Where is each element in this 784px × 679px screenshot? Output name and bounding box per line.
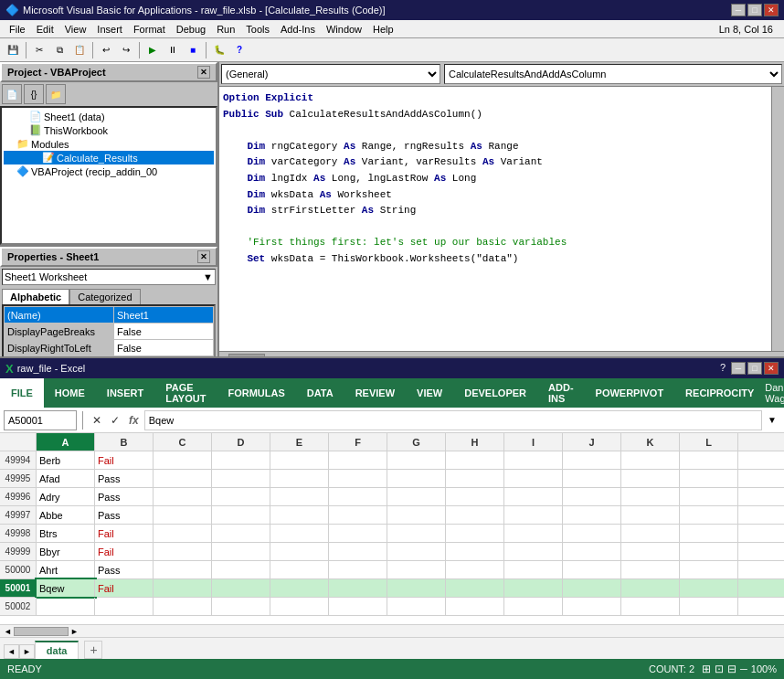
cell-49998-k[interactable] [621,525,680,542]
formula-cancel-icon[interactable]: ✕ [89,414,105,427]
normal-view-icon[interactable]: ⊞ [702,663,711,675]
cell-49998-d[interactable] [212,525,270,542]
page-layout-icon[interactable]: ⊡ [715,663,724,675]
col-header-b[interactable]: B [95,433,154,451]
tree-view-code-btn[interactable]: {} [24,84,44,104]
cell-49999-a[interactable]: Bbyr [37,543,95,560]
ribbon-tab-data[interactable]: DATA [296,378,344,408]
ribbon-tab-file[interactable]: FILE [0,378,44,408]
cell-50000-c[interactable] [154,561,212,578]
cell-50001-f[interactable] [329,579,387,597]
cell-49995-l[interactable] [680,470,738,487]
col-header-c[interactable]: C [154,433,212,451]
zoom-out-icon[interactable]: ─ [740,663,747,674]
col-header-h[interactable]: H [446,433,504,451]
menu-addins[interactable]: Add-Ins [275,22,321,37]
cell-49998-b[interactable]: Fail [95,525,154,542]
cell-49997-k[interactable] [621,506,680,524]
cell-50000-k[interactable] [621,561,680,578]
cell-49995-c[interactable] [154,470,212,487]
cell-49997-f[interactable] [329,506,387,524]
col-header-a[interactable]: A [37,433,95,451]
tb-help-icon[interactable]: ? [230,41,249,59]
cell-49996-h[interactable] [446,488,504,505]
tab-categorized[interactable]: Categorized [69,289,140,304]
tree-item-thisworkbook[interactable]: 📗 ThisWorkbook [4,123,214,137]
cell-49996-d[interactable] [212,488,270,505]
cell-49997-j[interactable] [563,506,621,524]
cell-49999-i[interactable] [504,543,563,560]
cell-49997-l[interactable] [680,506,738,524]
cell-49999-k[interactable] [621,543,680,560]
cell-50002-d[interactable] [212,598,270,615]
name-box[interactable] [4,410,77,430]
cell-50000-e[interactable] [270,561,329,578]
menu-format[interactable]: Format [128,22,171,37]
tb-pause-icon[interactable]: ⏸ [164,41,182,59]
cell-50001-a[interactable]: Bqew [37,579,95,597]
cell-49995-f[interactable] [329,470,387,487]
tb-undo-icon[interactable]: ↩ [97,41,115,59]
cell-49995-i[interactable] [504,470,563,487]
hscroll-right-btn[interactable]: ► [70,627,79,636]
excel-help-icon[interactable]: ? [716,362,729,375]
menu-debug[interactable]: Debug [171,22,211,37]
cell-49998-l[interactable] [680,525,738,542]
cell-50001-g[interactable] [387,579,446,597]
col-header-g[interactable]: G [387,433,446,451]
menu-tools[interactable]: Tools [240,22,275,37]
cell-50002-c[interactable] [154,598,212,615]
ribbon-tab-home[interactable]: HOME [44,378,96,408]
code-scrollbar[interactable] [771,87,784,351]
cell-50000-b[interactable]: Pass [95,561,154,578]
menu-insert[interactable]: Insert [91,22,128,37]
cell-49999-b[interactable]: Fail [95,543,154,560]
cell-49997-e[interactable] [270,506,329,524]
code-area[interactable]: Option Explicit Public Sub CalculateResu… [219,87,771,351]
cell-49998-i[interactable] [504,525,563,542]
tb-debug-icon[interactable]: 🐛 [210,41,228,59]
tree-toggle-folders-btn[interactable]: 📁 [46,84,66,104]
ribbon-tab-developer[interactable]: DEVELOPER [453,378,537,408]
cell-50000-j[interactable] [563,561,621,578]
col-header-d[interactable]: D [212,433,270,451]
vba-restore-btn[interactable]: □ [747,4,762,16]
cell-49996-a[interactable]: Adry [37,488,95,505]
cell-50002-g[interactable] [387,598,446,615]
cell-49997-b[interactable]: Pass [95,506,154,524]
cell-50001-k[interactable] [621,579,680,597]
cell-49998-j[interactable] [563,525,621,542]
ribbon-tab-reciprocity[interactable]: RECIPROCITY [674,378,765,408]
cell-49996-i[interactable] [504,488,563,505]
cell-50001-c[interactable] [154,579,212,597]
cell-50000-d[interactable] [212,561,270,578]
tb-run-icon[interactable]: ▶ [143,41,162,59]
tb-copy-icon[interactable]: ⧉ [50,41,69,59]
menu-file[interactable]: File [4,22,31,37]
cell-49995-j[interactable] [563,470,621,487]
cell-49994-c[interactable] [154,451,212,469]
cell-49999-l[interactable] [680,543,738,560]
cell-49996-l[interactable] [680,488,738,505]
cell-50001-h[interactable] [446,579,504,597]
cell-49996-k[interactable] [621,488,680,505]
cell-49994-i[interactable] [504,451,563,469]
formula-expand-icon[interactable]: ▼ [764,415,780,425]
cell-49994-l[interactable] [680,451,738,469]
cell-49996-c[interactable] [154,488,212,505]
cell-50000-l[interactable] [680,561,738,578]
cell-50000-h[interactable] [446,561,504,578]
col-header-k[interactable]: K [621,433,680,451]
cell-49995-g[interactable] [387,470,446,487]
project-close-btn[interactable]: ✕ [197,66,210,79]
cell-50001-j[interactable] [563,579,621,597]
page-break-icon[interactable]: ⊟ [727,663,736,675]
tb-cut-icon[interactable]: ✂ [30,41,48,59]
cell-49994-b[interactable]: Fail [95,451,154,469]
menu-view[interactable]: View [59,22,92,37]
prop-row-displayrighttoleft[interactable]: DisplayRightToLeft False [5,340,214,356]
cell-49994-e[interactable] [270,451,329,469]
tab-alphabetic[interactable]: Alphabetic [2,289,69,304]
cell-49999-j[interactable] [563,543,621,560]
cell-50002-j[interactable] [563,598,621,615]
